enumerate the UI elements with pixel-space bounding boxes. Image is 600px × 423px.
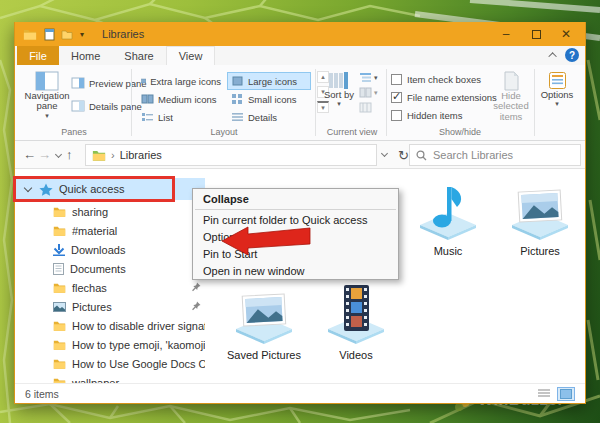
layout-group-label: Layout bbox=[133, 127, 315, 137]
ribbon-tab-strip: File Home Share View ? bbox=[15, 46, 585, 65]
group-separator bbox=[386, 69, 387, 136]
layout-medium-icons[interactable]: Medium icons bbox=[137, 90, 225, 108]
file-name-extensions-checkbox[interactable]: File name extensions bbox=[391, 88, 497, 106]
details-icon bbox=[231, 111, 244, 123]
breadcrumb-separator-icon: › bbox=[111, 149, 115, 161]
tab-file[interactable]: File bbox=[17, 46, 59, 65]
details-view-icon bbox=[538, 389, 550, 398]
options-icon bbox=[548, 71, 567, 90]
sidebar-item-how-to-disable[interactable]: How to disable driver signature en bbox=[15, 316, 205, 335]
layout-list[interactable]: List bbox=[137, 108, 225, 126]
layout-large-icons[interactable]: Large icons bbox=[227, 72, 311, 90]
library-music[interactable]: Music bbox=[402, 175, 494, 257]
folder-icon bbox=[53, 339, 66, 350]
library-pictures[interactable]: Pictures bbox=[494, 175, 586, 257]
pictures-library-icon bbox=[508, 179, 572, 241]
tab-view[interactable]: View bbox=[166, 46, 216, 65]
sidebar-item-how-to-type-emoji[interactable]: How to type emoji, 'kaomoji' and bbox=[15, 335, 205, 354]
window-title: Libraries bbox=[102, 28, 144, 40]
options-button[interactable]: Options ▾ bbox=[539, 71, 575, 108]
tab-home[interactable]: Home bbox=[59, 46, 112, 65]
sidebar-item-pictures[interactable]: Pictures bbox=[15, 297, 205, 316]
minimize-ribbon-icon[interactable] bbox=[548, 52, 556, 60]
pictures-icon bbox=[53, 302, 66, 312]
group-by-button[interactable]: ▾ bbox=[359, 72, 378, 83]
help-icon[interactable]: ? bbox=[565, 48, 579, 62]
current-view-group-label: Current view bbox=[319, 127, 385, 137]
sort-by-button[interactable]: Sort by ▾ bbox=[321, 71, 357, 108]
details-view-button[interactable] bbox=[535, 387, 553, 401]
qat-properties-icon[interactable] bbox=[44, 28, 55, 41]
layout-details[interactable]: Details bbox=[227, 108, 311, 126]
folder-icon bbox=[53, 320, 66, 331]
qat-new-folder-icon[interactable] bbox=[61, 29, 73, 40]
hidden-items-checkbox[interactable]: Hidden items bbox=[391, 106, 497, 124]
menu-divider bbox=[195, 209, 396, 210]
navigation-pane-icon bbox=[35, 71, 59, 91]
dropdown-icon: ▾ bbox=[555, 100, 559, 108]
address-bar: ← → ↑ › Libraries ↻ Search Libraries bbox=[15, 141, 585, 169]
pin-icon bbox=[191, 282, 201, 292]
search-placeholder: Search Libraries bbox=[433, 149, 513, 161]
qat-customize-dropdown-icon[interactable]: ▾ bbox=[80, 30, 84, 39]
minimize-button[interactable]: – bbox=[491, 23, 521, 45]
sidebar-item-sharing[interactable]: sharing bbox=[15, 202, 205, 221]
ribbon-view-tab: Navigation pane ▾ Preview pane Details p… bbox=[15, 65, 585, 141]
thumbnails-view-button[interactable] bbox=[557, 387, 575, 401]
maximize-icon bbox=[532, 30, 541, 39]
sidebar-item-material[interactable]: #material bbox=[15, 221, 205, 240]
annotation-arrow bbox=[212, 222, 312, 262]
title-bar: ▾ Libraries – ✕ bbox=[15, 22, 585, 46]
close-button[interactable]: ✕ bbox=[551, 23, 581, 45]
up-button[interactable]: ↑ bbox=[66, 147, 73, 162]
library-saved-pictures[interactable]: Saved Pictures bbox=[218, 279, 310, 361]
checkbox-icon bbox=[391, 110, 402, 121]
address-dropdown-icon[interactable] bbox=[381, 150, 388, 157]
add-columns-button[interactable]: ▾ bbox=[359, 87, 378, 98]
folder-icon bbox=[53, 282, 66, 293]
sidebar-item-documents[interactable]: Documents bbox=[15, 259, 205, 278]
refresh-button[interactable]: ↻ bbox=[398, 148, 409, 163]
dropdown-icon: ▾ bbox=[45, 112, 49, 120]
folder-icon bbox=[53, 206, 66, 217]
menu-item-open-new-window[interactable]: Open in new window bbox=[193, 262, 398, 279]
sidebar-item-downloads[interactable]: Downloads bbox=[15, 240, 205, 259]
layout-extra-large-icons[interactable]: Extra large icons bbox=[137, 72, 225, 90]
layout-small-icons[interactable]: Small icons bbox=[227, 90, 311, 108]
medium-icons-icon bbox=[141, 93, 154, 105]
navigation-pane-button[interactable]: Navigation pane ▾ bbox=[25, 71, 69, 120]
breadcrumb-location[interactable]: Libraries bbox=[120, 149, 162, 161]
item-check-boxes-checkbox[interactable]: Item check boxes bbox=[391, 70, 497, 88]
hide-selected-items-icon bbox=[502, 71, 520, 91]
videos-library-icon bbox=[324, 283, 388, 345]
folder-icon bbox=[53, 377, 66, 383]
forward-button[interactable]: → bbox=[38, 147, 51, 162]
list-icon bbox=[141, 111, 154, 123]
hide-selected-items-button[interactable]: Hide selected items bbox=[491, 71, 531, 122]
items-count: 6 items bbox=[25, 388, 59, 400]
sidebar-item-flechas[interactable]: flechas bbox=[15, 278, 205, 297]
details-pane-icon bbox=[71, 100, 85, 112]
address-field[interactable]: › Libraries bbox=[85, 144, 377, 166]
explorer-window-icon bbox=[23, 28, 37, 40]
group-separator bbox=[131, 69, 132, 136]
group-separator bbox=[534, 69, 535, 136]
checkbox-icon bbox=[391, 74, 402, 85]
library-videos[interactable]: Videos bbox=[310, 279, 402, 361]
recent-locations-icon[interactable] bbox=[55, 151, 62, 158]
status-bar: 6 items bbox=[15, 383, 585, 403]
size-columns-icon bbox=[359, 102, 372, 113]
group-by-icon bbox=[359, 72, 372, 83]
menu-item-collapse[interactable]: Collapse bbox=[193, 189, 398, 208]
search-input[interactable]: Search Libraries bbox=[409, 144, 581, 166]
folder-icon bbox=[53, 225, 66, 236]
maximize-button[interactable] bbox=[521, 23, 551, 45]
back-button[interactable]: ← bbox=[23, 147, 36, 162]
document-icon bbox=[53, 263, 64, 275]
sidebar-item-how-to-google-docs[interactable]: How to Use Google Docs Offline bbox=[15, 354, 205, 373]
show-hide-group-label: Show/hide bbox=[389, 127, 531, 137]
large-icons-icon bbox=[231, 75, 244, 87]
sidebar-item-wallpaper[interactable]: wallpaper bbox=[15, 373, 205, 383]
size-columns-button[interactable] bbox=[359, 102, 378, 113]
tab-share[interactable]: Share bbox=[112, 46, 165, 65]
